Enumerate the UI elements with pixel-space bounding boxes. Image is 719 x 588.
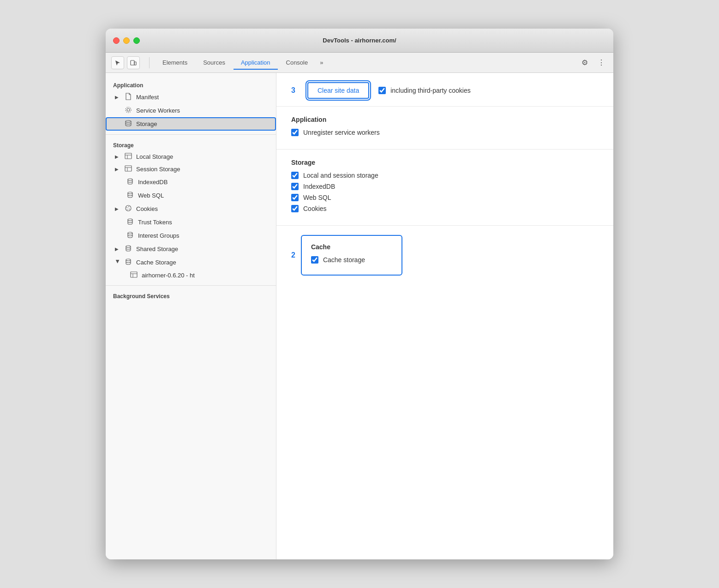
service-workers-gear-icon bbox=[124, 106, 132, 115]
cache-box-heading: Cache bbox=[311, 243, 392, 251]
svg-point-13 bbox=[126, 205, 131, 211]
traffic-lights bbox=[113, 37, 140, 44]
sidebar-divider-2 bbox=[106, 285, 276, 286]
clear-site-section: 3 Clear site data including third-party … bbox=[276, 73, 613, 107]
cookies-content-label: Cookies bbox=[303, 205, 327, 212]
sidebar-item-local-storage[interactable]: ▶ Local Storage bbox=[106, 150, 276, 163]
web-sql-label: Web SQL bbox=[138, 192, 164, 199]
unregister-sw-row: Unregister service workers bbox=[291, 129, 599, 136]
interest-groups-icon bbox=[126, 231, 134, 240]
cookies-checkbox[interactable] bbox=[291, 205, 299, 212]
local-storage-label: Local Storage bbox=[136, 153, 173, 160]
sidebar-item-shared-storage[interactable]: ▶ Shared Storage bbox=[106, 242, 276, 256]
device-icon-button[interactable] bbox=[127, 56, 140, 69]
interest-groups-label: Interest Groups bbox=[138, 232, 180, 239]
background-services-label: Background Services bbox=[106, 289, 276, 301]
session-storage-icon bbox=[124, 165, 132, 173]
sidebar-item-trust-tokens[interactable]: Trust Tokens bbox=[106, 216, 276, 229]
settings-icon-button[interactable]: ⚙ bbox=[578, 56, 591, 69]
minimize-button[interactable] bbox=[123, 37, 130, 44]
svg-rect-8 bbox=[125, 166, 132, 171]
sidebar-item-web-sql[interactable]: Web SQL bbox=[106, 189, 276, 202]
manifest-label: Manifest bbox=[136, 94, 159, 101]
storage-section-heading: Storage bbox=[291, 159, 599, 166]
title-bar: DevTools - airhorner.com/ bbox=[106, 29, 613, 53]
unregister-sw-checkbox[interactable] bbox=[291, 129, 299, 136]
toolbar-icons bbox=[111, 56, 140, 69]
storage-db-icon bbox=[124, 120, 132, 128]
cursor-icon-button[interactable] bbox=[111, 56, 124, 69]
third-party-checkbox-row: including third-party cookies bbox=[378, 87, 471, 94]
app-section-heading: Application bbox=[291, 116, 599, 123]
sidebar-item-indexeddb[interactable]: IndexedDB bbox=[106, 175, 276, 189]
sidebar-item-manifest[interactable]: ▶ Manifest bbox=[106, 90, 276, 104]
sidebar-item-interest-groups[interactable]: Interest Groups bbox=[106, 229, 276, 242]
sidebar-item-storage[interactable]: ▶ Storage bbox=[106, 117, 276, 131]
svg-point-16 bbox=[129, 209, 130, 210]
local-session-label: Local and session storage bbox=[303, 172, 378, 179]
cache-storage-icon bbox=[124, 258, 132, 267]
session-storage-arrow-icon: ▶ bbox=[115, 167, 120, 172]
more-options-icon-button[interactable]: ⋮ bbox=[595, 56, 608, 69]
annotation-2: 2 bbox=[291, 251, 295, 259]
tab-console[interactable]: Console bbox=[279, 56, 316, 70]
svg-point-17 bbox=[127, 209, 128, 210]
shared-storage-label: Shared Storage bbox=[136, 246, 178, 252]
tab-list: Elements Sources Application Console » bbox=[155, 56, 576, 69]
web-sql-row: Web SQL bbox=[291, 194, 599, 201]
close-button[interactable] bbox=[113, 37, 120, 44]
third-party-label: including third-party cookies bbox=[390, 87, 471, 94]
cookies-row: Cookies bbox=[291, 205, 599, 212]
indexeddb-icon bbox=[126, 178, 134, 186]
cache-child-label: airhorner-0.6.20 - ht bbox=[142, 272, 195, 279]
sidebar-item-session-storage[interactable]: ▶ Session Storage bbox=[106, 163, 276, 175]
shared-storage-icon bbox=[124, 245, 132, 253]
storage-section-label: Storage bbox=[106, 138, 276, 150]
web-sql-content-label: Web SQL bbox=[303, 194, 331, 201]
window-title: DevTools - airhorner.com/ bbox=[323, 37, 396, 44]
svg-point-21 bbox=[126, 259, 131, 261]
clear-site-data-button[interactable]: Clear site data bbox=[307, 82, 369, 99]
local-session-checkbox[interactable] bbox=[291, 172, 299, 179]
maximize-button[interactable] bbox=[133, 37, 140, 44]
shared-storage-arrow-icon: ▶ bbox=[115, 246, 120, 252]
toolbar-right: ⚙ ⋮ bbox=[578, 56, 608, 69]
svg-point-3 bbox=[126, 107, 131, 113]
svg-point-15 bbox=[128, 206, 129, 207]
sidebar-divider-1 bbox=[106, 134, 276, 135]
sidebar-item-cookies[interactable]: ▶ Cookies bbox=[106, 202, 276, 216]
svg-point-14 bbox=[126, 207, 127, 208]
application-content-section: Application Unregister service workers bbox=[276, 107, 613, 150]
trust-tokens-label: Trust Tokens bbox=[138, 219, 172, 226]
main-layout: Application ▶ Manifest ▶ bbox=[106, 73, 613, 559]
tab-sources[interactable]: Sources bbox=[196, 56, 233, 70]
sidebar-item-service-workers[interactable]: ▶ Service Workers bbox=[106, 104, 276, 117]
application-section-label: Application bbox=[106, 78, 276, 90]
sidebar-item-cache-child[interactable]: airhorner-0.6.20 - ht bbox=[106, 269, 276, 282]
svg-point-11 bbox=[128, 179, 132, 180]
toolbar-divider bbox=[149, 57, 150, 68]
tab-more-button[interactable]: » bbox=[316, 56, 327, 69]
content-area: 3 Clear site data including third-party … bbox=[276, 73, 613, 559]
svg-rect-1 bbox=[134, 62, 136, 65]
indexeddb-checkbox[interactable] bbox=[291, 183, 299, 190]
svg-point-4 bbox=[126, 120, 131, 122]
indexeddb-label: IndexedDB bbox=[138, 179, 168, 186]
annotation-3: 3 bbox=[291, 86, 295, 95]
manifest-file-icon bbox=[124, 93, 132, 102]
cache-storage-content-label: Cache storage bbox=[323, 256, 365, 264]
svg-rect-0 bbox=[131, 60, 134, 65]
tab-application[interactable]: Application bbox=[234, 56, 278, 70]
web-sql-checkbox[interactable] bbox=[291, 194, 299, 201]
service-workers-label: Service Workers bbox=[136, 107, 180, 114]
svg-point-19 bbox=[128, 232, 132, 234]
svg-point-12 bbox=[128, 192, 132, 194]
tab-elements[interactable]: Elements bbox=[155, 56, 195, 70]
sidebar-item-cache-storage[interactable]: ▶ Cache Storage bbox=[106, 256, 276, 269]
svg-point-20 bbox=[126, 246, 131, 247]
third-party-checkbox[interactable] bbox=[378, 87, 386, 94]
cache-storage-checkbox[interactable] bbox=[311, 256, 318, 264]
local-storage-icon bbox=[124, 153, 132, 161]
cookies-icon bbox=[124, 204, 132, 213]
indexeddb-row: IndexedDB bbox=[291, 183, 599, 190]
